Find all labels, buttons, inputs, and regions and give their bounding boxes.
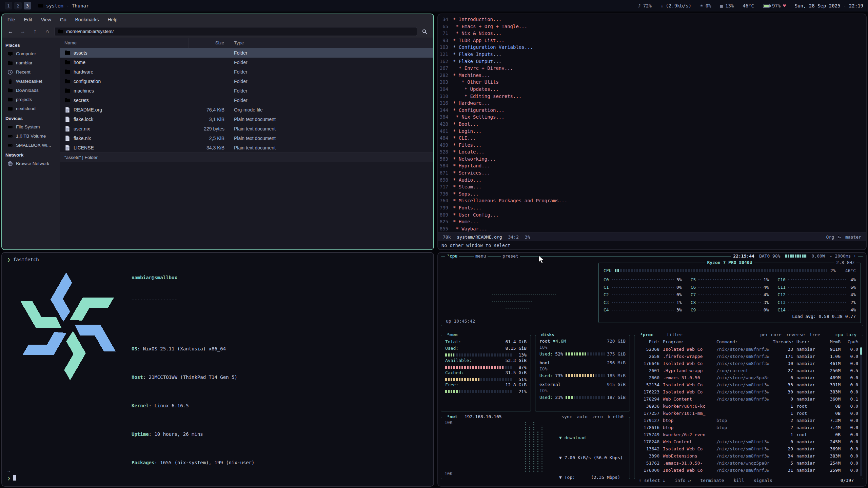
path-bar[interactable]: /home/nambiar/system/ bbox=[54, 27, 417, 36]
process-row[interactable]: 52368 Isolated Web Co /nix/store/sm8fnrf… bbox=[638, 347, 858, 354]
net-sync-button[interactable]: sync bbox=[561, 414, 572, 419]
org-heading-line[interactable]: 528 * Locale... bbox=[438, 148, 866, 156]
file-row[interactable]: assets Folder bbox=[60, 48, 433, 58]
column-type[interactable]: Type bbox=[229, 38, 433, 48]
update-interval[interactable]: - 2000ms + bbox=[830, 253, 856, 259]
sidebar-place-item[interactable]: Downloads bbox=[2, 86, 60, 95]
sidebar-place-item[interactable]: Wastebasket bbox=[2, 77, 60, 86]
menu-go[interactable]: Go bbox=[60, 17, 66, 22]
org-heading-line[interactable]: 93 * TLDR App List... bbox=[438, 37, 866, 44]
process-row[interactable]: 178616 btop btop 2 nambiar 7.4M 0.0 bbox=[638, 425, 858, 432]
menu-button[interactable]: menu bbox=[474, 253, 488, 259]
clock-widget[interactable]: Sun, 28 Sep 2025 - 22:19 bbox=[795, 3, 863, 8]
file-row[interactable]: configuration Folder bbox=[60, 77, 433, 86]
org-heading-line[interactable]: 809 * User Config... bbox=[438, 211, 866, 219]
org-heading-line[interactable]: 282 * Machines... bbox=[438, 72, 866, 79]
kill-button[interactable]: kill bbox=[734, 478, 744, 483]
sidebar-place-item[interactable]: Computer bbox=[2, 49, 60, 58]
file-row[interactable]: flake.nix 2,5 KiB Plain text document bbox=[60, 134, 433, 143]
process-row[interactable]: 3390 WebExtensions /nix/store/sm8fnrf3wp… bbox=[638, 453, 858, 461]
memory-widget[interactable]: ▦ 13% bbox=[720, 3, 734, 8]
org-heading-line[interactable]: 428 * Boot... bbox=[438, 121, 866, 128]
org-heading-line[interactable]: 584 * Hyprland... bbox=[438, 162, 866, 169]
network-widget[interactable]: ↓ (2.9kb/s) bbox=[660, 3, 691, 8]
proc-scrollbar[interactable] bbox=[860, 347, 862, 476]
org-heading-line[interactable]: 303 * Other Utils bbox=[438, 79, 866, 86]
process-row[interactable]: 52134 Isolated Web Co /nix/store/sm8fnrf… bbox=[638, 382, 858, 389]
file-row[interactable]: home Folder bbox=[60, 58, 433, 67]
process-row[interactable]: 178294 Web Content /nix/store/sm8fnrf3wp… bbox=[638, 396, 858, 404]
org-heading-line[interactable]: 344 * Configuration... bbox=[438, 107, 866, 114]
workspace-3[interactable]: 3 bbox=[24, 2, 31, 9]
battery-widget[interactable]: 97% ♥ bbox=[763, 3, 786, 8]
sidebar-device-item[interactable]: SMALLBOX Wi... bbox=[2, 141, 60, 150]
col-command[interactable]: Command: bbox=[716, 339, 769, 347]
workspace-2[interactable]: 2 bbox=[14, 2, 22, 9]
workspace-1[interactable]: 1 bbox=[5, 2, 12, 9]
org-heading-line[interactable]: 499 * Files... bbox=[438, 142, 866, 149]
process-row[interactable]: 176223 Isolated Web Co /nix/store/sm8fnr… bbox=[638, 389, 858, 396]
process-row[interactable]: 38936 kworker/u64:6-kc 1 root 0B 0.0 bbox=[638, 404, 858, 411]
org-heading-line[interactable]: 316 * Hardware... bbox=[438, 100, 866, 107]
forward-button[interactable]: → bbox=[18, 27, 28, 36]
sidebar-place-item[interactable]: nextcloud bbox=[2, 104, 60, 113]
select-button[interactable]: ↑ select ↓ bbox=[639, 478, 665, 483]
reverse-toggle[interactable]: reverse bbox=[786, 332, 805, 337]
volume-widget[interactable]: ♪ 72% bbox=[638, 3, 652, 8]
process-row[interactable]: 176646 Isolated Web Co /nix/store/sm8fnr… bbox=[638, 361, 858, 368]
org-heading-line[interactable]: 736 * Sops... bbox=[438, 190, 866, 198]
file-row[interactable]: user.nix 229 bytes Plain text document bbox=[60, 124, 433, 134]
col-threads[interactable]: Threads: bbox=[773, 339, 793, 347]
brightness-widget[interactable]: ☀ 0% bbox=[700, 3, 711, 8]
org-heading-line[interactable]: 384 * Nix Settings... bbox=[438, 114, 866, 121]
process-row[interactable]: 51762 .emacs-31.0.50- /nix/store/wnqz5pa… bbox=[638, 461, 858, 468]
filter-button[interactable]: filter bbox=[665, 332, 684, 337]
terminal-content[interactable]: ❯ fastfetch nambiar@smallbox -----------… bbox=[2, 253, 433, 486]
sidebar-device-item[interactable]: 1,0 TB Volume bbox=[2, 131, 60, 141]
sort-selector[interactable]: cpu lazy bbox=[833, 332, 858, 337]
col-pid[interactable]: Pid: bbox=[638, 339, 659, 347]
search-button[interactable] bbox=[419, 27, 430, 36]
process-row[interactable]: 178248 Web Content /nix/store/sm8fnrf3wp… bbox=[638, 439, 858, 446]
sidebar-place-item[interactable]: projects bbox=[2, 95, 60, 104]
col-cpu[interactable]: Cpu% bbox=[844, 339, 858, 347]
org-heading-line[interactable]: 764 * Miscellaneous Packages and Program… bbox=[438, 197, 866, 204]
org-heading-line[interactable]: 461 * Login... bbox=[438, 128, 866, 135]
file-row[interactable]: README.org 76,4 KiB Org-mode file bbox=[60, 105, 433, 115]
menu-edit[interactable]: Edit bbox=[24, 17, 32, 22]
menu-bookmarks[interactable]: Bookmarks bbox=[75, 17, 99, 22]
org-heading-line[interactable]: 855 * Waybar... bbox=[438, 225, 866, 232]
org-heading-line[interactable]: 671 * Services... bbox=[438, 169, 866, 177]
column-size[interactable]: Size bbox=[189, 38, 229, 48]
org-heading-line[interactable]: 34 * Introduction... bbox=[438, 16, 866, 23]
org-heading-line[interactable]: 103 * Configuration Variables... bbox=[438, 44, 866, 51]
file-row[interactable]: LICENSE 34,3 KiB Plain text document bbox=[60, 143, 433, 152]
process-row[interactable]: 179127 btop btop 2 nambiar 7.3M 0.0 bbox=[638, 418, 858, 425]
org-heading-line[interactable]: 310 * Editing secrets... bbox=[438, 93, 866, 100]
sidebar-place-item[interactable]: nambiar bbox=[2, 58, 60, 67]
org-heading-line[interactable]: 484 * CLI... bbox=[438, 135, 866, 142]
process-row[interactable]: 177257 kworker/10:1-mm_ 1 root 0B 0.0 bbox=[638, 411, 858, 418]
col-program[interactable]: Program: bbox=[663, 339, 713, 347]
org-heading-line[interactable]: 267 * Envrc + Direnv... bbox=[438, 65, 866, 72]
org-heading-line[interactable]: 825 * Home... bbox=[438, 218, 866, 225]
up-button[interactable]: ↑ bbox=[30, 27, 40, 36]
temperature-widget[interactable]: 46°C bbox=[743, 3, 754, 8]
info-button[interactable]: info ↵ bbox=[675, 478, 691, 483]
process-row[interactable]: 2658 .firefox-wrappe /nix/store/sm8fnrf3… bbox=[638, 354, 858, 361]
org-heading-line[interactable]: 717 * Steam... bbox=[438, 183, 866, 190]
file-row[interactable]: flake.lock 3,1 KiB Plain text document bbox=[60, 115, 433, 124]
menu-help[interactable]: Help bbox=[108, 17, 118, 22]
net-auto-button[interactable]: auto bbox=[577, 414, 587, 419]
org-heading-line[interactable]: 799 * Fonts... bbox=[438, 204, 866, 211]
net-zero-button[interactable]: zero bbox=[592, 414, 603, 419]
signals-button[interactable]: signals bbox=[754, 478, 772, 483]
process-row[interactable]: 2660 .emacs-31.0.50- /nix/store/wnqz5pa8… bbox=[638, 375, 858, 382]
file-row[interactable]: hardware Folder bbox=[60, 67, 433, 77]
org-heading-line[interactable]: 65 * Emacs + Org + Tangle... bbox=[438, 23, 866, 30]
file-row[interactable]: secrets Folder bbox=[60, 96, 433, 105]
process-row[interactable]: 175749 kworker/6:2-even 1 root 0B 0.0 bbox=[638, 432, 858, 439]
menu-file[interactable]: File bbox=[7, 17, 15, 22]
process-row[interactable]: 176000 Isolated Web Co /nix/store/sm8fnr… bbox=[638, 468, 858, 475]
col-user[interactable]: User: bbox=[796, 339, 820, 347]
